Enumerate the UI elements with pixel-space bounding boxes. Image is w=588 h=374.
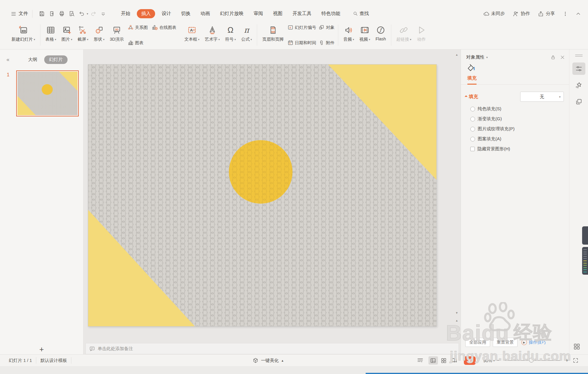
file-menu-button[interactable]: 文件 — [11, 11, 28, 17]
collapse-toolbar-button[interactable] — [576, 11, 581, 17]
chart-button[interactable]: 图表 — [128, 40, 144, 46]
next-slide-icon[interactable]: ▼ — [455, 325, 458, 329]
scroll-down-icon[interactable]: ▼ — [455, 311, 458, 314]
normal-view-button[interactable] — [428, 356, 438, 365]
beautify-button[interactable]: 一键美化 ▲ — [252, 355, 284, 366]
tab-features[interactable]: 特色功能 — [318, 9, 344, 18]
canvas-scrollbar[interactable]: ▲ ▼ ▲ ▼ — [455, 52, 459, 350]
option-pattern-fill[interactable]: 图案填充(A) — [470, 136, 569, 142]
print-button[interactable] — [58, 10, 65, 17]
close-panel-icon[interactable] — [560, 55, 565, 60]
previous-slide-icon[interactable]: ▲ — [455, 319, 458, 322]
formula-button[interactable]: π 公式▾ — [239, 24, 255, 43]
tab-fill[interactable]: 填充 — [467, 75, 477, 85]
action-button-disabled[interactable]: 动作 — [414, 24, 429, 43]
tab-slides[interactable]: 幻灯片 — [44, 55, 68, 64]
section-collapse-icon[interactable] — [465, 95, 468, 98]
more-menu-button[interactable] — [563, 11, 568, 17]
add-slide-button[interactable]: + — [37, 344, 47, 354]
save-button[interactable] — [38, 10, 45, 17]
option-gradient-fill[interactable]: 渐变填充(G) — [470, 116, 569, 122]
slide-sorter-view-button[interactable] — [439, 356, 449, 365]
symbol-button[interactable]: Ω 符号▾ — [222, 24, 239, 43]
zoom-level[interactable]: 90% — [483, 358, 492, 363]
shapes-icon — [95, 26, 104, 34]
app-grid-button[interactable] — [573, 343, 581, 352]
redo-button[interactable] — [90, 10, 97, 17]
tab-review[interactable]: 审阅 — [250, 9, 267, 18]
undo-dropdown-arrow-icon[interactable]: ▾ — [87, 12, 88, 15]
scroll-up-icon[interactable]: ▲ — [455, 53, 458, 56]
tab-design[interactable]: 设计 — [158, 9, 175, 18]
zoom-out-button[interactable]: − — [497, 357, 500, 364]
picture-button[interactable]: 图片▾ — [59, 24, 75, 43]
slide-number-button[interactable]: # 幻灯片编号 — [288, 24, 316, 30]
template-name[interactable]: 默认设计模板 — [40, 358, 67, 363]
panel-drag-handle[interactable] — [575, 53, 583, 58]
smart-shapes-rail-button[interactable] — [572, 95, 585, 108]
undo-button[interactable] — [78, 10, 85, 17]
collapse-ribbon-button[interactable] — [100, 10, 107, 17]
tab-devtools[interactable]: 开发工具 — [289, 9, 315, 18]
3d-presentation-button[interactable]: 3D 3D演示 — [107, 24, 127, 43]
screenshot-button[interactable]: 截屏▾ — [75, 24, 91, 43]
table-button[interactable]: 表格▾ — [43, 24, 59, 43]
option-picture-texture-fill[interactable]: 图片或纹理填充(P) — [470, 126, 569, 132]
tab-animation[interactable]: 动画 — [197, 9, 213, 18]
shapes-button[interactable]: 形状▾ — [91, 24, 107, 43]
collaborate-button[interactable]: 协作 — [513, 11, 530, 17]
tab-view[interactable]: 视图 — [270, 9, 286, 18]
tab-home[interactable]: 开始 — [117, 9, 134, 18]
fill-bucket-icon[interactable] — [467, 63, 476, 72]
effects-rail-button[interactable] — [572, 79, 585, 91]
print-preview-button[interactable] — [68, 10, 75, 17]
reading-view-button[interactable] — [450, 356, 459, 365]
header-footer-button[interactable]: 页眉和页脚 — [259, 24, 286, 43]
magic-star-icon — [575, 82, 582, 89]
audio-button[interactable]: 音频▾ — [341, 24, 357, 43]
flash-button[interactable]: ƒ Flash — [373, 24, 388, 42]
notes-toggle-button[interactable] — [415, 356, 425, 365]
video-button[interactable]: 视频▾ — [357, 24, 373, 43]
panel-title-dropdown-icon[interactable]: ▾ — [486, 56, 488, 59]
option-hide-background[interactable]: 隐藏背景图形(H) — [470, 146, 569, 152]
edge-widget-stripes[interactable] — [582, 247, 588, 275]
wordart-button[interactable]: 艺术字▾ — [202, 24, 222, 43]
tab-slideshow[interactable]: 幻灯片放映 — [216, 9, 247, 18]
hyperlink-button-disabled[interactable]: 超链接▾ — [394, 24, 414, 43]
output-button[interactable] — [48, 10, 55, 17]
online-chart-button[interactable]: 在线图表 — [152, 24, 176, 30]
tab-outline[interactable]: 大纲 — [25, 55, 40, 64]
tips-link[interactable]: ▶ 操作技巧 — [521, 340, 546, 345]
zoom-slider-knob[interactable] — [529, 358, 534, 363]
new-slide-button[interactable]: 新建幻灯片▾ — [9, 24, 38, 43]
tab-insert[interactable]: 插入 — [137, 9, 155, 18]
reset-background-button[interactable]: 重置背景 — [493, 338, 518, 347]
option-solid-fill[interactable]: 纯色填充(S) — [470, 106, 569, 112]
zoom-dropdown-arrow-icon[interactable]: ▾ — [493, 359, 495, 362]
collapse-sidebar-button[interactable]: « — [6, 57, 9, 63]
flash-icon: ƒ — [376, 25, 385, 35]
date-time-button[interactable]: 日期和时间 — [288, 40, 316, 46]
search-button[interactable]: 查找 — [349, 9, 372, 18]
fit-slide-button[interactable] — [571, 356, 580, 365]
edge-widget-top[interactable] — [582, 226, 588, 245]
sync-status[interactable]: 未同步 — [483, 11, 505, 17]
object-button[interactable]: 对象 — [318, 24, 334, 30]
properties-rail-button[interactable] — [572, 62, 585, 75]
fill-type-dropdown[interactable]: 无 ▾ — [520, 92, 564, 102]
share-button[interactable]: 分享 — [538, 11, 555, 17]
slideshow-play-button[interactable]: ▶ — [464, 356, 476, 365]
notes-bar[interactable]: 单击此处添加备注 — [86, 343, 459, 354]
attachment-button[interactable]: 附件 — [318, 40, 334, 46]
zoom-in-button[interactable]: + — [565, 357, 569, 364]
relationship-diagram-button[interactable]: 关系图 — [128, 24, 148, 30]
zoom-slider[interactable] — [505, 360, 561, 361]
tab-transition[interactable]: 切换 — [178, 9, 194, 18]
pin-lock-icon[interactable] — [550, 55, 556, 60]
textbox-button[interactable]: A 文本框▾ — [182, 24, 202, 43]
slide-1[interactable] — [88, 64, 437, 327]
play-options-arrow-icon[interactable]: ▾ — [477, 359, 479, 362]
slide-thumbnail[interactable] — [16, 70, 79, 116]
apply-all-button[interactable]: 全部应用 — [465, 338, 490, 347]
